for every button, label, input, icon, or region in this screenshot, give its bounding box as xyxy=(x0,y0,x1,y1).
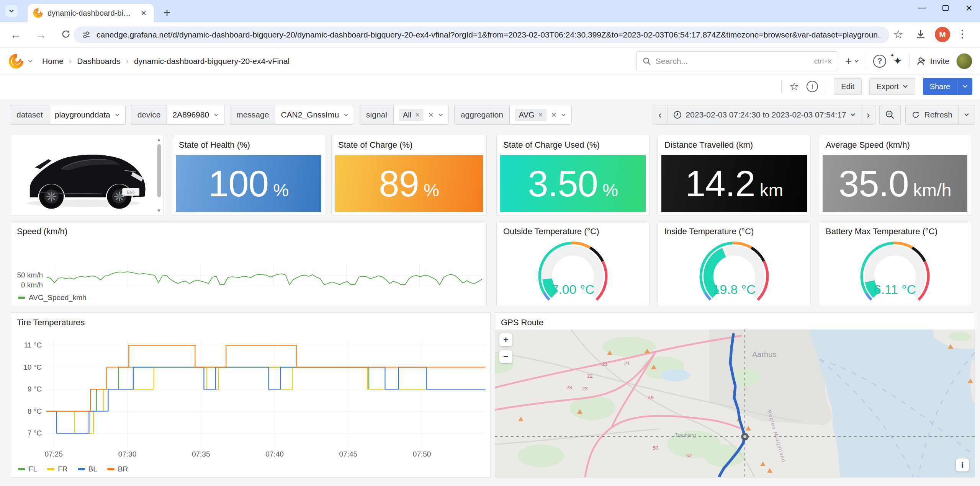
stat-value-box: 100% xyxy=(176,155,321,212)
panel-title: Tire Temperatures xyxy=(10,313,490,328)
map-zoom-in-button[interactable]: + xyxy=(499,333,512,346)
grafana-assistant-icon[interactable]: ✦ xyxy=(893,55,902,67)
svg-text:49: 49 xyxy=(648,395,653,400)
filter-value-dropdown[interactable]: 2A896980 xyxy=(167,105,224,125)
gauge-value: 19.8 °C xyxy=(713,282,756,297)
add-button[interactable]: + xyxy=(845,55,859,68)
filter-chip[interactable]: All × xyxy=(399,109,424,121)
search-input[interactable]: Search... ctrl+k xyxy=(636,51,838,71)
legend-item[interactable]: BL xyxy=(78,465,97,473)
time-shift-forward-button[interactable]: › xyxy=(861,105,876,125)
bookmark-star-icon[interactable]: ☆ xyxy=(893,28,903,41)
address-bar[interactable]: canedge.grafana.net/d/dynamic-dashboard-… xyxy=(74,26,889,43)
scroll-down-icon[interactable]: ▼ xyxy=(157,208,162,214)
search-shortcut: ctrl+k xyxy=(814,57,832,65)
legend-item[interactable]: BR xyxy=(107,465,128,473)
chevron-down-icon xyxy=(903,84,908,89)
filter-signal: signalAll ×× xyxy=(360,105,449,125)
time-range-text: 2023-02-03 07:24:30 to 2023-02-03 07:54:… xyxy=(686,110,846,119)
chevron-down-icon xyxy=(964,112,969,117)
reload-icon[interactable] xyxy=(61,29,71,41)
window-close-icon[interactable]: × xyxy=(965,2,972,14)
window-maximize-icon[interactable] xyxy=(942,5,949,11)
gauge-value: 6.11 °C xyxy=(874,282,916,297)
svg-text:EV6: EV6 xyxy=(127,190,135,194)
favorite-star-icon[interactable]: ☆ xyxy=(789,80,799,93)
refresh-button[interactable]: Refresh xyxy=(905,105,958,125)
speed-legend: AVG_Speed_kmh xyxy=(18,294,87,302)
legend-item[interactable]: AVG_Speed_kmh xyxy=(18,294,87,302)
clear-all-icon[interactable]: × xyxy=(428,109,434,120)
clear-all-icon[interactable]: × xyxy=(551,109,556,120)
browser-menu-icon[interactable]: ⋮ xyxy=(957,28,968,40)
user-avatar[interactable] xyxy=(956,53,972,69)
divider xyxy=(826,80,826,93)
downloads-icon[interactable] xyxy=(915,29,926,42)
browser-profile-avatar[interactable]: M xyxy=(935,27,950,42)
scroll-up-icon[interactable]: ▲ xyxy=(157,137,162,143)
tab-close-icon[interactable]: × xyxy=(139,8,149,18)
search-placeholder: Search... xyxy=(656,57,810,66)
filter-value-dropdown[interactable]: CAN2_GnssImu xyxy=(275,105,354,125)
forward-icon[interactable]: → xyxy=(35,28,47,41)
svg-text:23: 23 xyxy=(566,385,572,390)
tire-temperatures-chart[interactable]: 07:2507:3007:3507:4007:4507:507 °C8 °C9 … xyxy=(10,329,490,460)
legend-item[interactable]: FL xyxy=(18,465,37,473)
filter-value-dropdown[interactable]: playgrounddata xyxy=(49,105,126,125)
stat-panel-2: State of Charge (%)89% xyxy=(331,135,487,216)
grafana-logo[interactable] xyxy=(8,54,24,69)
help-icon[interactable]: ? xyxy=(873,55,886,68)
filter-value-dropdown[interactable]: AVG ×× xyxy=(509,105,572,125)
edit-button[interactable]: Edit xyxy=(834,78,861,95)
map-zoom-out-button[interactable]: − xyxy=(499,350,512,363)
chip-remove-icon[interactable]: × xyxy=(415,111,420,119)
breadcrumb-item[interactable]: Dashboards xyxy=(77,57,120,66)
org-switcher-chevron-icon[interactable] xyxy=(28,59,33,64)
chevron-down-icon xyxy=(850,112,856,117)
export-label: Export xyxy=(877,82,899,91)
breadcrumb-item[interactable]: Home xyxy=(42,57,64,66)
gauge-panel-2: Inside Temperature (°C)19.8 °C xyxy=(658,221,811,306)
new-tab-button[interactable]: + xyxy=(160,6,174,19)
chip-remove-icon[interactable]: × xyxy=(538,111,543,119)
map-canvas[interactable]: 21 21 22 23 23 49 50 52 xyxy=(495,329,975,478)
stat-unit: % xyxy=(273,180,289,201)
map-container[interactable]: + − i xyxy=(495,329,974,477)
browser-tab[interactable]: dynamic-dashboard-bigquery-… × xyxy=(28,4,154,22)
speed-chart[interactable]: 07:2507:3007:3507:4007:4507:500 km/h50 k… xyxy=(10,240,486,290)
filter-chip[interactable]: AVG × xyxy=(515,109,546,121)
scrollbar-thumb[interactable] xyxy=(157,144,161,197)
map-attribution-icon[interactable]: i xyxy=(956,458,969,471)
panel-title: Average Speed (km/h) xyxy=(819,135,971,150)
stat-value: 89 xyxy=(379,155,419,212)
map-town-label: Tranbjerg xyxy=(675,432,696,438)
zoom-out-time-button[interactable] xyxy=(879,105,901,125)
export-button[interactable]: Export xyxy=(869,78,915,95)
invite-button[interactable]: Invite xyxy=(916,56,949,66)
tire-temps-panel: Tire Temperatures 07:2507:3007:3507:4007… xyxy=(10,312,491,478)
svg-text:21: 21 xyxy=(602,361,607,367)
legend-item[interactable]: FR xyxy=(47,465,67,473)
legend-label: FL xyxy=(29,465,37,473)
refresh-interval-chevron[interactable] xyxy=(958,105,975,125)
window-minimize-icon[interactable] xyxy=(918,8,926,8)
time-shift-back-button[interactable]: ‹ xyxy=(653,105,668,125)
dashboard-info-icon[interactable]: i xyxy=(807,81,818,92)
share-menu-chevron-icon[interactable] xyxy=(957,78,972,95)
filter-label: dataset xyxy=(10,105,49,125)
svg-text:07:50: 07:50 xyxy=(413,450,431,458)
clock-icon xyxy=(673,110,682,119)
panel-scrollbar[interactable]: ▲ ▼ xyxy=(155,137,162,214)
site-settings-icon[interactable] xyxy=(82,31,90,39)
share-button[interactable]: Share xyxy=(923,78,957,95)
back-icon[interactable]: ← xyxy=(10,28,21,41)
tab-search-chevron-icon[interactable] xyxy=(5,5,18,17)
time-range-picker[interactable]: 2023-02-03 07:24:30 to 2023-02-03 07:54:… xyxy=(668,105,861,125)
breadcrumb-item[interactable]: dynamic-dashboard-bigquery-20-ex4-vFinal xyxy=(134,57,290,66)
legend-label: BL xyxy=(88,465,97,473)
svg-text:07:40: 07:40 xyxy=(265,450,284,458)
temperature-gauge: 19.8 °C xyxy=(658,237,810,306)
filter-value-dropdown[interactable]: All ×× xyxy=(393,105,449,125)
gauge-value: 7.00 °C xyxy=(551,282,594,297)
time-controls: ‹ 2023-02-03 07:24:30 to 2023-02-03 07:5… xyxy=(653,105,975,125)
